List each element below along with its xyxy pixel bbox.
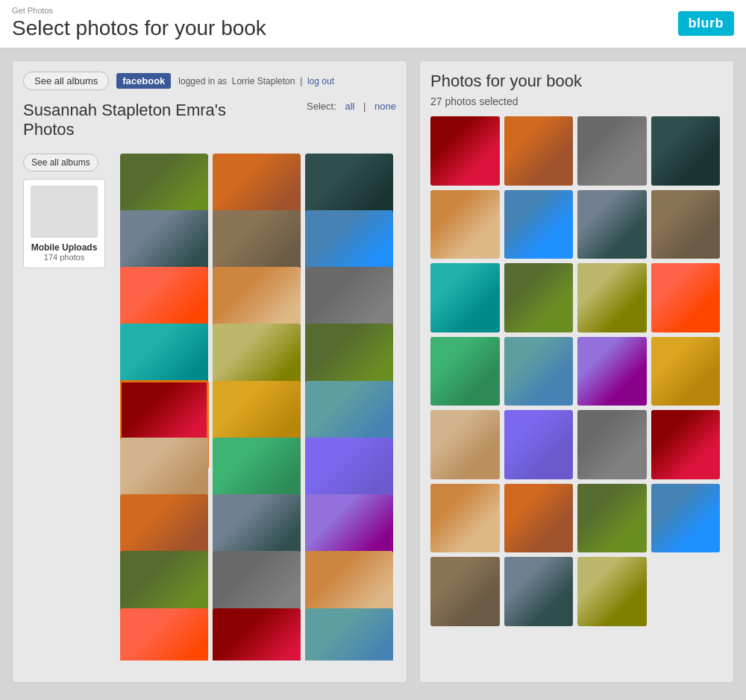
selected-photo-image-7 xyxy=(651,190,721,259)
select-all-link[interactable]: all xyxy=(345,101,354,112)
photos-grid-left xyxy=(120,154,396,660)
selected-photo-20[interactable] xyxy=(430,484,500,553)
selected-photo-5[interactable] xyxy=(504,190,574,259)
selected-photo-image-23 xyxy=(651,484,721,553)
selected-photo-image-3 xyxy=(651,116,721,186)
selected-photo-9[interactable] xyxy=(504,263,574,332)
header: Get Photos Select photos for your book b… xyxy=(0,0,746,48)
selected-photo-3[interactable] xyxy=(651,116,721,186)
selected-photo-image-24 xyxy=(430,557,500,626)
left-panel: See all albums facebook logged in as Lor… xyxy=(12,60,407,683)
left-photo-image-24 xyxy=(120,608,208,660)
select-separator: | xyxy=(363,101,366,112)
selected-photo-image-20 xyxy=(430,484,500,553)
left-photo-24[interactable] xyxy=(120,608,208,660)
selected-photo-26[interactable] xyxy=(577,557,647,626)
selected-photo-15[interactable] xyxy=(651,337,721,406)
selected-photo-22[interactable] xyxy=(577,484,647,553)
selected-photo-25[interactable] xyxy=(504,557,574,626)
right-panel: Photos for your book 27 photos selected xyxy=(419,60,734,683)
selected-photo-image-19 xyxy=(651,410,721,479)
selected-photo-image-15 xyxy=(651,337,721,406)
selected-photo-21[interactable] xyxy=(504,484,574,553)
selected-photo-image-17 xyxy=(504,410,574,479)
selected-photo-image-5 xyxy=(504,190,574,259)
selected-photo-image-22 xyxy=(577,484,647,553)
selected-photo-image-10 xyxy=(577,263,647,332)
selected-photo-image-18 xyxy=(577,410,647,479)
right-panel-title: Photos for your book xyxy=(430,72,723,91)
selected-photo-16[interactable] xyxy=(430,410,500,479)
selected-photo-image-26 xyxy=(577,557,647,626)
selected-photo-image-21 xyxy=(504,484,574,553)
left-photo-image-26 xyxy=(305,608,393,660)
selected-count: 27 photos selected xyxy=(430,95,723,107)
selected-photo-1[interactable] xyxy=(504,116,574,186)
top-bar: See all albums facebook logged in as Lor… xyxy=(23,72,396,90)
page-title: Select photos for your book xyxy=(12,16,266,40)
selected-photo-image-4 xyxy=(430,190,500,259)
select-label: Select: xyxy=(307,101,336,112)
selected-photo-image-9 xyxy=(504,263,574,332)
selected-photo-4[interactable] xyxy=(430,190,500,259)
select-bar: Select: all | none xyxy=(307,101,396,112)
blurb-logo: blurb xyxy=(678,11,735,36)
selected-photo-image-12 xyxy=(430,337,500,406)
selected-photo-8[interactable] xyxy=(430,263,500,332)
left-title-section: Susannah Stapleton Emra's Photos Select:… xyxy=(23,101,396,148)
log-out-link[interactable]: log out xyxy=(307,76,334,86)
album-and-photos: See all albums Mobile Uploads 174 photos xyxy=(23,154,396,660)
selected-photo-23[interactable] xyxy=(651,484,721,553)
separator: | xyxy=(300,76,302,86)
album-name: Mobile Uploads xyxy=(30,242,98,253)
selected-photo-2[interactable] xyxy=(577,116,647,186)
album-owner-title: Susannah Stapleton Emra's Photos xyxy=(23,101,226,140)
selected-photo-10[interactable] xyxy=(577,263,647,332)
selected-photo-image-13 xyxy=(504,337,574,406)
album-thumbnail[interactable]: Mobile Uploads 174 photos xyxy=(23,179,105,268)
selected-photo-17[interactable] xyxy=(504,410,574,479)
selected-photo-12[interactable] xyxy=(430,337,500,406)
album-sidebar: See all albums Mobile Uploads 174 photos xyxy=(23,154,113,660)
left-photo-25[interactable] xyxy=(213,608,301,660)
selected-photo-6[interactable] xyxy=(577,190,647,259)
selected-photo-image-8 xyxy=(430,263,500,332)
selected-photo-11[interactable] xyxy=(651,263,721,332)
selected-photo-13[interactable] xyxy=(504,337,574,406)
selected-photo-image-14 xyxy=(577,337,647,406)
username-label: Lorrie Stapleton xyxy=(232,76,295,86)
selected-photo-7[interactable] xyxy=(651,190,721,259)
selected-photo-image-16 xyxy=(430,410,500,479)
select-none-link[interactable]: none xyxy=(374,101,396,112)
logged-in-as-label: logged in as xyxy=(178,76,227,86)
get-photos-label: Get Photos xyxy=(12,6,266,15)
facebook-badge: facebook xyxy=(116,73,171,89)
album-count: 174 photos xyxy=(30,253,98,262)
selected-photo-image-0 xyxy=(430,116,500,186)
header-title-area: Get Photos Select photos for your book xyxy=(12,6,266,40)
main-layout: See all albums facebook logged in as Lor… xyxy=(0,48,746,695)
selected-photo-14[interactable] xyxy=(577,337,647,406)
selected-photo-image-2 xyxy=(577,116,647,186)
selected-photo-image-6 xyxy=(577,190,647,259)
selected-photo-18[interactable] xyxy=(577,410,647,479)
selected-photo-image-11 xyxy=(651,263,721,332)
selected-photo-19[interactable] xyxy=(651,410,721,479)
selected-photo-0[interactable] xyxy=(430,116,500,186)
album-thumb-image xyxy=(31,186,98,238)
see-all-albums-button-top[interactable]: See all albums xyxy=(23,72,109,90)
selected-photos-grid xyxy=(430,116,723,626)
see-all-albums-button-sidebar[interactable]: See all albums xyxy=(23,154,98,171)
selected-photo-image-25 xyxy=(504,557,574,626)
login-info: logged in as Lorrie Stapleton | log out xyxy=(178,76,334,86)
selected-photo-image-1 xyxy=(504,116,574,186)
selected-photo-24[interactable] xyxy=(430,557,500,626)
left-photo-image-25 xyxy=(213,608,301,660)
left-photo-26[interactable] xyxy=(305,608,393,660)
